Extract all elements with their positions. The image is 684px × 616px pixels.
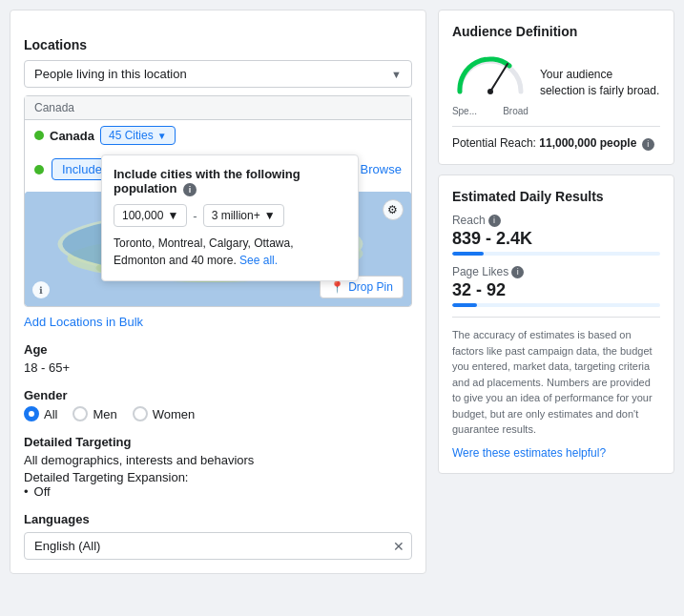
gender-women-option[interactable]: Women: [133, 406, 196, 421]
living-dropdown-label: People living in this location: [34, 67, 187, 81]
language-input[interactable]: [24, 532, 412, 560]
gauge-right-label: Broad: [503, 106, 529, 116]
languages-label: Languages: [24, 512, 412, 526]
likes-bar: [452, 303, 660, 307]
divider: [452, 126, 660, 127]
potential-reach: Potential Reach: 11,000,000 people i: [452, 136, 660, 151]
gender-men-option[interactable]: Men: [73, 406, 116, 421]
gauge-row: Spe... Broad Your audience selection is …: [452, 49, 660, 116]
left-panel: Locations People living in this location…: [10, 10, 426, 574]
radio-women[interactable]: [133, 406, 148, 421]
age-label: Age: [24, 342, 412, 357]
info-icon: i: [183, 183, 197, 196]
locations-title: Locations: [24, 37, 412, 52]
language-input-wrap: ✕: [24, 532, 412, 560]
canada-header: Canada: [25, 96, 411, 120]
gauge-svg: [452, 49, 529, 101]
reach-bar: [452, 252, 660, 256]
living-dropdown[interactable]: People living in this location ▼: [24, 60, 412, 88]
gender-all-option[interactable]: All: [24, 406, 57, 421]
info-icon: i: [488, 215, 501, 227]
include-dot-icon: [34, 165, 44, 175]
cities-badge-label: 45 Cities: [109, 129, 154, 142]
see-all-link[interactable]: See all.: [239, 254, 278, 267]
canada-label: Canada: [50, 129, 94, 143]
gender-options: All Men Women: [24, 406, 412, 421]
canada-box: Canada Canada 45 Cities ▼ Include cities…: [24, 95, 412, 307]
reach-value: 839 - 2.4K: [452, 229, 660, 249]
info-icon: ℹ: [32, 281, 50, 298]
max-pop-select[interactable]: 3 million+ ▼: [203, 204, 284, 227]
city-list: Toronto, Montreal, Calgary, Ottawa, Edmo…: [114, 235, 346, 269]
population-range: 100,000 ▼ - 3 million+ ▼: [114, 204, 346, 227]
canada-row: Canada 45 Cities ▼ Include cities with t…: [25, 120, 411, 151]
likes-metric: Page Likes i 32 - 92: [452, 265, 660, 307]
audience-description: Your audience selection is fairly broad.: [540, 67, 660, 99]
chevron-down-icon: ▼: [264, 209, 276, 222]
gender-men-label: Men: [93, 407, 116, 421]
reach-label: Reach i: [452, 214, 660, 227]
gender-section: Gender All Men Women: [24, 388, 412, 421]
likes-value: 32 - 92: [452, 280, 660, 300]
svg-point-9: [487, 89, 493, 94]
gear-icon[interactable]: ⚙: [383, 199, 404, 220]
chevron-down-icon: ▼: [157, 131, 167, 141]
radio-all[interactable]: [24, 406, 39, 421]
reach-metric: Reach i 839 - 2.4K: [452, 214, 660, 256]
pin-icon: 📍: [330, 280, 344, 294]
gauge-labels: Spe... Broad: [452, 106, 529, 116]
gender-women-label: Women: [153, 407, 196, 421]
close-icon[interactable]: ✕: [393, 539, 404, 554]
detailed-expansion-label: Detailed Targeting Expansion:: [24, 470, 412, 484]
range-dash: -: [193, 209, 197, 223]
estimated-results-title: Estimated Daily Results: [452, 189, 660, 204]
estimated-results-card: Estimated Daily Results Reach i 839 - 2.…: [438, 175, 674, 474]
age-section: Age 18 - 65+: [24, 342, 412, 375]
add-locations-bulk-link[interactable]: Add Locations in Bulk: [24, 315, 143, 329]
likes-label: Page Likes i: [452, 265, 660, 278]
radio-men[interactable]: [73, 406, 88, 421]
audience-definition-card: Audience Definition Spe...: [438, 10, 674, 165]
info-icon: i: [642, 138, 654, 151]
likes-bar-fill: [452, 303, 477, 307]
cities-tooltip: Include cities with the following popula…: [101, 154, 359, 281]
min-pop-select[interactable]: 100,000 ▼: [114, 204, 187, 227]
info-icon: i: [511, 266, 524, 278]
helpful-link[interactable]: Were these estimates helpful?: [452, 446, 606, 460]
tooltip-title: Include cities with the following popula…: [114, 167, 346, 196]
svg-line-8: [490, 64, 508, 92]
estimates-note: The accuracy of estimates is based on fa…: [452, 327, 660, 438]
detailed-expansion-value: Off: [24, 484, 412, 499]
divider: [452, 317, 660, 318]
detailed-targeting-section: Detailed Targeting All demographics, int…: [24, 435, 412, 499]
gender-label: Gender: [24, 388, 412, 402]
detailed-targeting-label: Detailed Targeting: [24, 435, 412, 449]
gender-all-label: All: [44, 407, 57, 421]
gauge-container: Spe... Broad: [452, 49, 529, 116]
audience-definition-title: Audience Definition: [452, 24, 660, 39]
detailed-targeting-value: All demographics, interests and behavior…: [24, 453, 412, 467]
age-value: 18 - 65+: [24, 360, 412, 375]
languages-section: Languages ✕: [24, 512, 412, 560]
location-dot-icon: [34, 131, 44, 140]
reach-bar-fill: [452, 252, 484, 256]
right-panel: Audience Definition Spe...: [438, 10, 674, 574]
chevron-down-icon: ▼: [167, 209, 178, 222]
chevron-down-icon: ▼: [391, 69, 402, 80]
locations-section: Locations People living in this location…: [24, 37, 412, 329]
browse-button[interactable]: Browse: [361, 162, 402, 176]
cities-badge[interactable]: 45 Cities ▼: [100, 126, 176, 145]
gauge-left-label: Spe...: [452, 106, 477, 116]
